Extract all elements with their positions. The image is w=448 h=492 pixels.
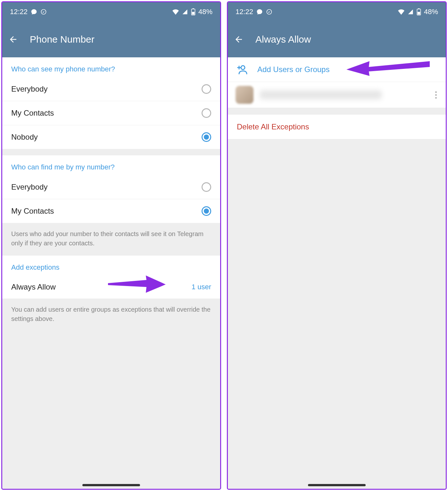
status-bar: 12:22 48% [228, 2, 446, 21]
radio-icon [202, 108, 211, 118]
status-time: 12:22 [10, 8, 28, 16]
section-header-see: Who can see my phone number? [2, 57, 220, 77]
back-arrow-icon [234, 35, 244, 44]
content-right: Add Users or Groups Delete All Exception… [228, 57, 446, 489]
info-exceptions: You can add users or entire groups as ex… [2, 299, 220, 331]
option-contacts-see[interactable]: My Contacts [2, 101, 220, 125]
row-value: 1 user [192, 283, 211, 291]
status-battery: 48% [198, 8, 212, 16]
status-bar: 12:22 48% [2, 2, 220, 21]
radio-icon [202, 132, 211, 142]
more-menu-icon[interactable] [434, 90, 438, 100]
contact-name-redacted [260, 90, 382, 99]
radio-icon [202, 182, 211, 192]
option-contacts-find[interactable]: My Contacts [2, 199, 220, 223]
phone-right: 12:22 48% Always Allow Add Users or Grou… [227, 1, 447, 490]
chat-icon [31, 9, 37, 15]
annotation-arrow-icon [108, 274, 166, 293]
title-bar: Always Allow [228, 21, 446, 57]
sync-icon [40, 9, 47, 15]
annotation-arrow-icon [346, 57, 430, 77]
option-label: Everybody [11, 183, 47, 192]
chat-icon [256, 9, 263, 15]
battery-icon [191, 8, 196, 15]
add-users-label: Add Users or Groups [257, 65, 329, 74]
section-header-exceptions: Add exceptions [2, 256, 220, 275]
section-header-find: Who can find me by my number? [2, 155, 220, 175]
back-arrow-icon [8, 35, 18, 44]
page-title: Always Allow [255, 34, 311, 45]
radio-icon [202, 206, 211, 216]
option-label: My Contacts [11, 207, 54, 216]
phone-left: 12:22 48% Phone Number Who can see my ph… [1, 1, 221, 490]
content-left: Who can see my phone number? Everybody M… [2, 57, 220, 489]
svg-rect-2 [193, 8, 194, 9]
signal-icon [407, 9, 414, 15]
delete-label: Delete All Exceptions [237, 122, 309, 131]
sync-icon [266, 9, 272, 15]
svg-rect-7 [418, 12, 420, 14]
svg-rect-6 [418, 8, 419, 9]
option-everybody-find[interactable]: Everybody [2, 175, 220, 199]
status-time: 12:22 [236, 8, 253, 16]
add-users-button[interactable]: Add Users or Groups [228, 57, 446, 82]
option-label: My Contacts [11, 109, 54, 118]
back-button[interactable] [8, 34, 18, 45]
svg-point-8 [241, 66, 245, 70]
nav-pill[interactable] [308, 484, 366, 486]
divider [2, 149, 220, 155]
battery-icon [416, 8, 421, 15]
title-bar: Phone Number [2, 21, 220, 57]
status-battery: 48% [424, 8, 438, 16]
back-button[interactable] [234, 34, 244, 45]
signal-icon [182, 9, 188, 15]
option-label: Everybody [11, 85, 47, 94]
wifi-icon [398, 9, 405, 15]
page-title: Phone Number [30, 34, 95, 45]
option-everybody-see[interactable]: Everybody [2, 77, 220, 101]
svg-rect-3 [192, 12, 195, 14]
radio-icon [202, 84, 211, 94]
exception-user-row[interactable] [228, 82, 446, 108]
nav-pill[interactable] [82, 484, 140, 486]
delete-all-button[interactable]: Delete All Exceptions [228, 115, 446, 139]
add-user-icon [236, 64, 248, 75]
avatar [236, 86, 253, 104]
option-label: Nobody [11, 133, 38, 142]
option-nobody-see[interactable]: Nobody [2, 125, 220, 149]
info-find: Users who add your number to their conta… [2, 223, 220, 256]
row-always-allow[interactable]: Always Allow 1 user [2, 275, 220, 299]
row-label: Always Allow [11, 283, 56, 291]
wifi-icon [172, 9, 179, 15]
